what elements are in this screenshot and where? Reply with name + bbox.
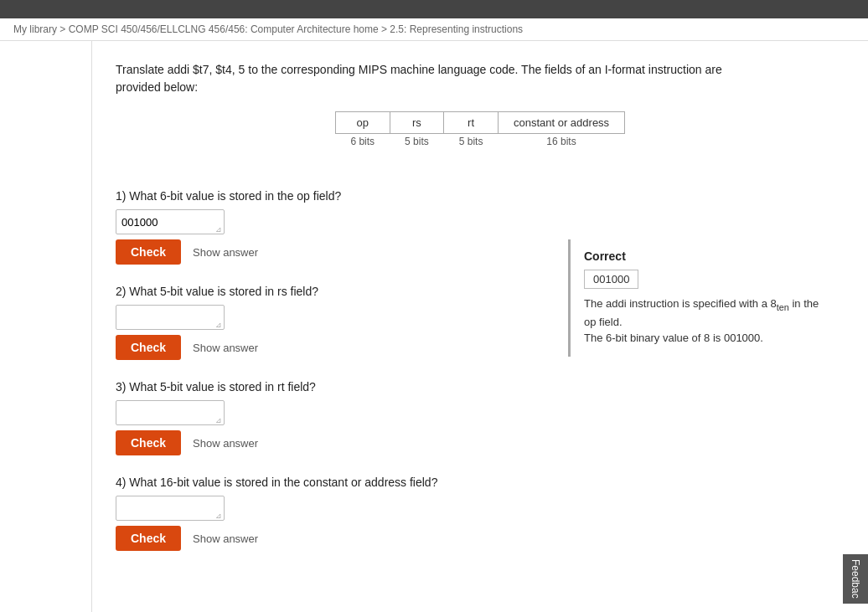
check-button-2[interactable]: Check: [116, 335, 181, 360]
col-rs-bits: 5 bits: [390, 134, 444, 150]
show-answer-link-1[interactable]: Show answer: [193, 246, 258, 259]
breadcrumb: My library > COMP SCI 450/456/ELLCLNG 45…: [0, 18, 868, 41]
feedback-title: Correct: [584, 249, 831, 263]
feedback-value: 001000: [584, 270, 638, 289]
left-sidebar: [0, 41, 92, 612]
question-4-input[interactable]: [116, 496, 225, 521]
instruction-table: op rs rt constant or address 6 bits 5 bi…: [335, 111, 625, 149]
question-1-input[interactable]: [116, 209, 225, 234]
question-1-actions: Check Show answer: [116, 239, 543, 265]
check-button-3[interactable]: Check: [116, 430, 181, 455]
question-4-label: 4) What 16-bit value is stored in the co…: [116, 476, 543, 489]
question-2-input[interactable]: [116, 305, 225, 330]
col-rs: rs: [390, 112, 444, 134]
question-4-block: 4) What 16-bit value is stored in the co…: [116, 476, 543, 551]
feedbac-button[interactable]: Feedbac: [843, 554, 868, 604]
feedback-panel: Correct 001000 The addi instruction is s…: [568, 239, 845, 357]
top-bar: [0, 0, 868, 18]
col-op: op: [335, 112, 390, 134]
show-answer-link-3[interactable]: Show answer: [193, 437, 258, 450]
question-3-input-wrapper: ⊿: [116, 400, 225, 425]
question-3-actions: Check Show answer: [116, 430, 543, 455]
question-1-block: 1) What 6-bit value is stored in the op …: [116, 189, 543, 265]
show-answer-link-4[interactable]: Show answer: [193, 532, 258, 545]
question-2-input-wrapper: ⊿: [116, 305, 225, 330]
question-2-label: 2) What 5-bit value is stored in rs fiel…: [116, 285, 543, 298]
question-2-block: 2) What 5-bit value is stored in rs fiel…: [116, 285, 543, 360]
resize-handle-1: ⊿: [215, 225, 224, 234]
resize-handle-2: ⊿: [215, 321, 224, 329]
col-const: constant or address: [498, 112, 624, 134]
problem-description: Translate addi $t7, $t4, 5 to the corres…: [116, 61, 845, 96]
question-4-actions: Check Show answer: [116, 526, 543, 551]
question-4-input-wrapper: ⊿: [116, 496, 225, 521]
question-3-input[interactable]: [116, 400, 225, 425]
col-op-bits: 6 bits: [335, 134, 390, 150]
col-rt: rt: [444, 112, 499, 134]
check-button-4[interactable]: Check: [116, 526, 181, 551]
feedback-description: The addi instruction is specified with a…: [584, 296, 831, 347]
question-1-input-wrapper: ⊿: [116, 209, 225, 234]
col-rt-bits: 5 bits: [444, 134, 499, 150]
show-answer-link-2[interactable]: Show answer: [193, 342, 258, 354]
question-3-label: 3) What 5-bit value is stored in rt fiel…: [116, 380, 543, 393]
resize-handle-4: ⊿: [215, 512, 224, 520]
check-button-1[interactable]: Check: [116, 239, 181, 265]
question-2-actions: Check Show answer: [116, 335, 543, 360]
question-1-label: 1) What 6-bit value is stored in the op …: [116, 189, 543, 203]
resize-handle-3: ⊿: [215, 416, 224, 424]
col-const-bits: 16 bits: [498, 134, 624, 150]
question-3-block: 3) What 5-bit value is stored in rt fiel…: [116, 380, 543, 455]
